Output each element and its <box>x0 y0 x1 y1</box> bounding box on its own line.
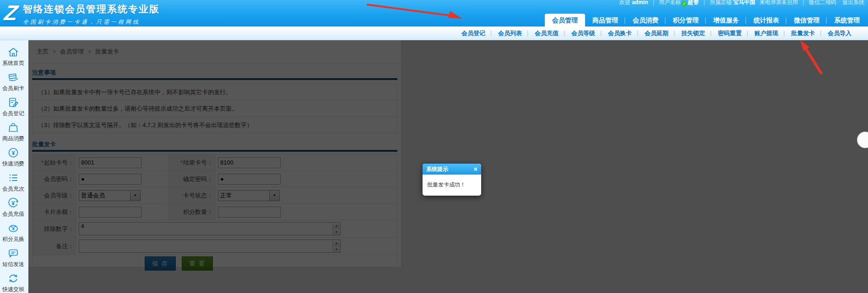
logout-link[interactable]: 退出系统 <box>842 0 864 5</box>
sidebar-item-points-exchange[interactable]: ¥ 积分兑换 <box>0 219 27 245</box>
close-icon[interactable]: × <box>473 164 477 174</box>
register-icon <box>0 96 27 108</box>
recharge-icon: ¥ <box>0 197 27 209</box>
subnav-member-import[interactable]: 会员导入 <box>821 29 858 37</box>
sidebar-label: 会员充值 <box>0 210 27 218</box>
tab-member-management[interactable]: 会员管理 <box>545 14 585 27</box>
role-label: 用户名称 <box>659 0 681 5</box>
welcome-label: 欢迎 <box>619 0 630 5</box>
sidebar-item-quick-consume[interactable]: ¥ 快速消费 <box>0 144 27 169</box>
tab-goods-management[interactable]: 商品管理 <box>585 14 625 27</box>
sms-icon <box>0 247 27 259</box>
subnav-member-level[interactable]: 会员等级 <box>565 29 602 37</box>
sidebar-item-sms[interactable]: 短信发送 <box>0 245 27 270</box>
sidebar-label: 系统首页 <box>0 59 27 67</box>
divider: | <box>653 0 654 5</box>
subnav-loss-lock[interactable]: 挂失锁定 <box>675 29 711 37</box>
tab-statistics[interactable]: 统计报表 <box>746 14 787 27</box>
app-subtitle: 全国刷卡消费一卡通，只需一根网线 <box>23 18 160 26</box>
app-logo: Z 智络连锁会员管理系统专业版 全国刷卡消费一卡通，只需一根网线 <box>5 1 160 26</box>
sidebar-item-goods-consume[interactable]: 商品消费 <box>0 119 27 144</box>
divider: | <box>803 0 804 5</box>
svg-text:¥: ¥ <box>11 149 15 156</box>
sidebar-item-register[interactable]: 会员登记 <box>0 94 27 119</box>
subnav-batch-issue[interactable]: 批量发卡 <box>785 29 821 37</box>
sidebar-label: 短信发送 <box>0 261 27 268</box>
subnav-account-withdraw[interactable]: 账户提现 <box>748 29 785 37</box>
system-prompt-dialog: 系统提示 × 批量发卡成功！ <box>423 164 481 196</box>
store-label: 所属店铺 <box>710 0 732 5</box>
svg-text:¥: ¥ <box>11 200 15 207</box>
dialog-message: 批量发卡成功！ <box>423 175 481 196</box>
logo-z-icon: Z <box>3 1 19 26</box>
tab-member-consume[interactable]: 会员消费 <box>625 14 666 27</box>
sidebar-label: 会员刷卡 <box>0 85 27 92</box>
svg-text:¥: ¥ <box>12 226 15 231</box>
role-value: 超管 <box>688 0 699 5</box>
dialog-title: 系统提示 <box>426 164 448 175</box>
dialog-header: 系统提示 × <box>423 164 481 175</box>
list-icon <box>0 172 27 184</box>
swipe-card-icon <box>0 71 27 83</box>
sidebar-item-recharge[interactable]: ¥ 会员充值 <box>0 194 27 219</box>
subnav-member-register[interactable]: 会员登记 <box>455 29 492 37</box>
shift-icon <box>0 272 27 284</box>
popup-status[interactable]: 来电弹屏未启用 <box>760 0 798 5</box>
store-value: 宝马中国 <box>733 0 755 5</box>
sidebar-item-times-recharge[interactable]: 会员充次 <box>0 169 27 194</box>
user-bar: 欢迎 admin | 用户名称✓超管 | 所属店铺 宝马中国 来电弹屏未启用 |… <box>619 0 864 6</box>
yen-circle-icon: ¥ <box>0 147 27 159</box>
sidebar-label: 会员充次 <box>0 185 27 193</box>
sidebar-item-home[interactable]: 系统首页 <box>0 43 27 69</box>
sidebar-label: 积分兑换 <box>0 235 27 243</box>
role-check-icon: ✓ <box>681 1 687 7</box>
subnav-member-list[interactable]: 会员列表 <box>492 29 528 37</box>
subnav-card-replace[interactable]: 会员换卡 <box>602 29 638 37</box>
username: admin <box>632 0 648 5</box>
sidebar-label: 商品消费 <box>0 135 27 143</box>
shopping-bag-icon <box>0 122 27 133</box>
sidebar-item-swipe-card[interactable]: 会员刷卡 <box>0 69 27 94</box>
wechat-qr-link[interactable]: 微信二维码 <box>809 0 836 5</box>
sidebar-label: 快速消费 <box>0 160 27 168</box>
app-title: 智络连锁会员管理系统专业版 <box>23 3 160 16</box>
sidebar: 系统首页 会员刷卡 会员登记 商品消费 ¥ 快速消费 会员充次 ¥ 会员充值 ¥… <box>0 40 28 293</box>
tab-system[interactable]: 系统管理 <box>827 14 867 27</box>
tab-value-added[interactable]: 增值服务 <box>706 14 746 27</box>
piggy-bank-icon: ¥ <box>0 222 27 234</box>
sidebar-label: 快速交班 <box>0 286 27 293</box>
divider: | <box>704 0 705 5</box>
tab-points-management[interactable]: 积分管理 <box>666 14 706 27</box>
home-icon <box>0 46 27 58</box>
sidebar-item-shift-change[interactable]: 快速交班 <box>0 270 27 293</box>
subnav-member-extend[interactable]: 会员延期 <box>638 29 675 37</box>
top-header: Z 智络连锁会员管理系统专业版 全国刷卡消费一卡通，只需一根网线 欢迎 admi… <box>0 0 868 27</box>
main-nav: 会员管理 商品管理 会员消费 积分管理 增值服务 统计报表 微信管理 系统管理 <box>545 14 867 27</box>
subnav-member-recharge[interactable]: 会员充值 <box>528 29 565 37</box>
subnav-password-reset[interactable]: 密码重置 <box>711 29 748 37</box>
sidebar-label: 会员登记 <box>0 110 27 117</box>
tab-wechat[interactable]: 微信管理 <box>787 14 827 27</box>
sub-nav: 会员登记 会员列表 会员充值 会员等级 会员换卡 会员延期 挂失锁定 密码重置 … <box>0 27 868 40</box>
